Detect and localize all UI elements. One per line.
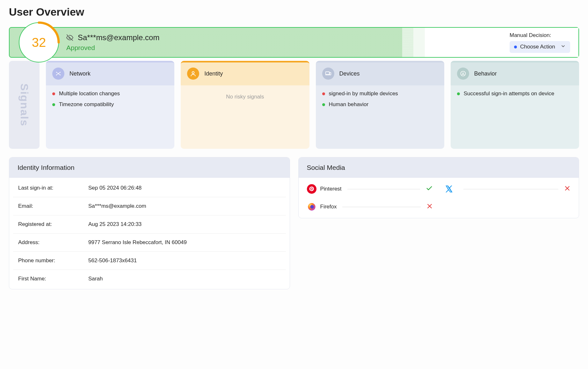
info-row: Registered at: Aug 25 2023 14:20:33	[13, 215, 286, 234]
social-media-panel: Social Media Pinterest	[298, 157, 579, 218]
manual-decision-label: Manual Decision:	[510, 32, 551, 39]
svg-point-7	[192, 71, 194, 74]
firefox-icon	[307, 202, 316, 212]
info-row: Phone number: 562-506-1873x6431	[13, 252, 286, 270]
divider	[342, 207, 421, 207]
signal-card-identity[interactable]: Identity No risky signals	[181, 61, 309, 149]
signal-card-title: Identity	[204, 70, 223, 77]
signal-item: signed-in by multiple devices	[322, 90, 438, 97]
signal-card-network[interactable]: Network Multiple location changes Timezo…	[46, 61, 174, 149]
signal-item: Human behavior	[322, 101, 438, 108]
divider	[347, 189, 420, 189]
social-item-label: Pinterest	[320, 186, 342, 192]
social-item-firefox: Firefox	[307, 202, 433, 212]
risk-dot-icon	[322, 103, 325, 106]
info-row: First Name: Sarah	[13, 270, 286, 288]
status-badge: Approved	[66, 44, 510, 52]
risk-score-value: 32	[17, 21, 61, 64]
social-item-x-twitter	[444, 184, 570, 194]
svg-point-15	[310, 205, 314, 209]
signals-row: Signals Network Multiple location change…	[9, 61, 579, 149]
signal-item: Timezone compatibility	[52, 101, 168, 108]
signals-side-label: Signals	[9, 61, 40, 149]
page-title: User Overview	[9, 6, 579, 18]
signal-card-title: Devices	[339, 70, 360, 77]
overview-banner: 32 Sa***ms@example.com Approved Manual D…	[9, 27, 579, 58]
panel-title: Social Media	[299, 157, 579, 178]
cross-icon	[426, 203, 433, 211]
identity-information-panel: Identity Information Last sign-in at: Se…	[9, 157, 290, 289]
info-row: Email: Sa***ms@example.com	[13, 197, 286, 215]
risk-score-circle: 32	[17, 21, 61, 64]
chevron-down-icon	[561, 44, 566, 50]
info-row: Address: 9977 Serrano Isle Rebeccafort, …	[13, 234, 286, 252]
check-icon	[426, 185, 433, 193]
signal-card-devices[interactable]: Devices signed-in by multiple devices Hu…	[316, 61, 444, 149]
social-item-pinterest: Pinterest	[307, 184, 433, 194]
risk-dot-icon	[52, 92, 55, 95]
risk-dot-icon	[322, 92, 325, 95]
signal-card-behavior[interactable]: Behavior Successful sign-in attempts on …	[451, 61, 579, 149]
svg-rect-8	[325, 72, 329, 74]
x-twitter-icon	[444, 184, 454, 194]
visibility-off-icon[interactable]	[66, 34, 73, 41]
risk-dot-icon	[52, 103, 55, 106]
network-icon	[52, 68, 64, 80]
risk-dot-icon	[457, 92, 460, 95]
choose-action-label: Choose Action	[520, 44, 555, 50]
cross-icon	[564, 185, 570, 193]
social-item-label: Firefox	[320, 204, 337, 210]
choose-action-dropdown[interactable]: Choose Action	[510, 41, 570, 53]
signal-item: Multiple location changes	[52, 90, 168, 97]
divider	[463, 189, 558, 189]
svg-rect-9	[330, 73, 331, 75]
info-row: Last sign-in at: Sep 05 2024 06:26:48	[13, 179, 286, 197]
identity-icon	[187, 68, 199, 80]
signal-card-title: Network	[69, 70, 91, 77]
svg-point-11	[462, 73, 464, 74]
no-risky-signals-text: No risky signals	[187, 90, 303, 100]
panel-title: Identity Information	[9, 157, 290, 178]
user-email: Sa***ms@example.com	[78, 33, 159, 42]
behavior-icon	[457, 68, 469, 80]
status-dot-icon	[514, 46, 517, 48]
pinterest-icon	[307, 184, 316, 194]
signal-card-title: Behavior	[474, 70, 497, 77]
signal-item: Successful sign-in attempts on device	[457, 90, 573, 97]
devices-icon	[322, 68, 334, 80]
